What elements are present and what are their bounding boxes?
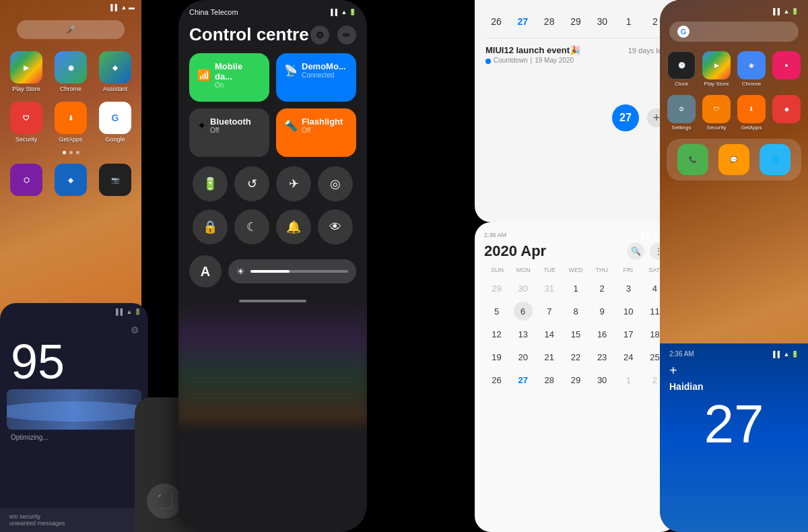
- app-security[interactable]: 🛡 Security: [8, 102, 44, 143]
- cc-circles-row1: 🔋 ↺ ✈ ◎: [178, 157, 367, 207]
- cal-26[interactable]: 26: [484, 369, 509, 391]
- cal-27-highlight[interactable]: 27: [510, 369, 535, 391]
- cal-date-grid: 29 30 31 1 2 3 4 5 6 7 8 9 10 11 12 13 1…: [484, 277, 667, 391]
- cal-15[interactable]: 15: [563, 323, 588, 345]
- tile-mobile-data[interactable]: 📶 Mobile da... On: [189, 53, 269, 102]
- dock-messages-icon: 💬: [730, 156, 737, 163]
- cal-10[interactable]: 10: [616, 300, 641, 322]
- cal-8[interactable]: 8: [563, 300, 588, 322]
- cc-accessibility-btn[interactable]: A: [189, 255, 222, 288]
- rapp-settings[interactable]: ⚙ Settings: [667, 95, 696, 131]
- cal-search-icon[interactable]: 🔍: [627, 242, 644, 260]
- cal-7[interactable]: 7: [537, 300, 562, 322]
- cal-30-prev[interactable]: 30: [510, 277, 535, 299]
- cc-bell[interactable]: 🔔: [276, 209, 311, 244]
- cal-1-next[interactable]: 1: [616, 369, 641, 391]
- cc-title-row: Control centre ⚙ ✏: [178, 19, 367, 53]
- bluetooth-icon: ✦: [197, 119, 206, 132]
- cc-night-mode[interactable]: ☾: [234, 209, 269, 244]
- cal-9[interactable]: 9: [590, 300, 615, 322]
- pbl-gear-icon[interactable]: ⚙: [128, 323, 141, 337]
- cc-brightness-slider[interactable]: ☀: [228, 259, 356, 284]
- dock-phone[interactable]: 📞: [677, 144, 708, 175]
- right-search-bar[interactable]: G: [669, 22, 799, 42]
- right-app-grid-row2: ⚙ Settings 🛡 Security ⬇ GetApps ◆: [660, 92, 808, 133]
- cal-12[interactable]: 12: [484, 323, 509, 345]
- cc-circles-row2: 🔒 ☾ 🔔 👁: [178, 207, 367, 250]
- cc-airplane[interactable]: ✈: [276, 166, 311, 201]
- cal-31-prev[interactable]: 31: [537, 277, 562, 299]
- event-row: MIUI12 launch event🎉 Countdown | 19 May …: [485, 45, 666, 64]
- rapp-misc1[interactable]: ●: [772, 51, 801, 87]
- app-assistant[interactable]: ◆ Assistant: [97, 51, 133, 92]
- pbl-status-bar: ▌▌ ▲ 🔋: [0, 303, 148, 321]
- left-search-bar[interactable]: 🎤: [17, 20, 125, 39]
- dow-tue: TUE: [537, 265, 563, 275]
- tile-wifi[interactable]: 📡 DemoMo... Connected: [276, 53, 356, 102]
- cc-rotate[interactable]: ↺: [234, 166, 269, 201]
- cc-reading[interactable]: 👁: [318, 209, 353, 244]
- cal-17[interactable]: 17: [616, 323, 641, 345]
- app-misc1[interactable]: ⬡: [8, 164, 44, 196]
- app-misc2[interactable]: ◈: [53, 164, 89, 196]
- cal-16[interactable]: 16: [590, 323, 615, 345]
- cal-29[interactable]: 29: [563, 369, 588, 391]
- app-playstore[interactable]: ▶ Play Store: [8, 51, 44, 92]
- cal-23[interactable]: 23: [590, 346, 615, 368]
- rapp-chrome[interactable]: ◉ Chrome: [737, 51, 766, 87]
- cc-edit-icon[interactable]: ✏: [337, 26, 356, 44]
- cal-24[interactable]: 24: [616, 346, 641, 368]
- cal-14[interactable]: 14: [537, 323, 562, 345]
- rapp-clock[interactable]: 🕐 Clock: [667, 51, 696, 87]
- cal-6-today[interactable]: 6: [514, 302, 533, 321]
- app-google[interactable]: G Google: [97, 102, 133, 143]
- cc-battery-saver[interactable]: 🔋: [193, 166, 228, 201]
- cc-bottom-bar: A ☀: [178, 250, 367, 293]
- page-dots: [0, 151, 141, 154]
- mic-icon: 🎤: [66, 25, 76, 34]
- tile-flashlight[interactable]: 🔦 Flashlight Off: [276, 108, 356, 157]
- rapp-security[interactable]: 🛡 Security: [702, 95, 731, 131]
- phone-bottom-left: ▌▌ ▲ 🔋 ⚙ 95 Optimizing... em security un…: [0, 303, 148, 532]
- dock-browser[interactable]: 🌐: [760, 144, 790, 175]
- tile-wifi-sub: Connected: [302, 71, 346, 79]
- right-dock: 📞 💬 🌐: [667, 139, 801, 180]
- app-camera[interactable]: 📷: [97, 164, 133, 196]
- dock-messages[interactable]: 💬: [718, 144, 749, 175]
- cal-29-prev[interactable]: 29: [484, 277, 509, 299]
- prb-plus-btn[interactable]: +: [660, 360, 808, 381]
- cc-invert[interactable]: ◎: [318, 166, 353, 201]
- cal-3[interactable]: 3: [616, 277, 641, 299]
- pbl-footer: em security unwanted messages: [0, 508, 148, 532]
- cal-22[interactable]: 22: [563, 346, 588, 368]
- cc-settings-icon[interactable]: ⚙: [310, 26, 329, 44]
- dow-sun: SUN: [484, 265, 510, 275]
- pbl-wave-animation: [7, 389, 141, 430]
- dow-wed: WED: [563, 265, 589, 275]
- recent-back-btn[interactable]: ⬛: [147, 484, 182, 519]
- right-phone-bottom: 2:36 AM ▌▌ ▲ 🔋 + Haidian 27: [660, 343, 808, 532]
- rapp-getapps-label: GetApps: [741, 125, 762, 131]
- cal-2[interactable]: 2: [590, 277, 615, 299]
- clock-icon: 🕐: [678, 62, 685, 69]
- cal-28[interactable]: 28: [537, 369, 562, 391]
- app-getapps[interactable]: ⬇ GetApps: [53, 102, 89, 143]
- rapp-chrome-icon: ◉: [749, 62, 754, 69]
- tile-bluetooth-label: Bluetooth: [210, 117, 251, 127]
- cal-30[interactable]: 30: [590, 369, 615, 391]
- tile-bluetooth[interactable]: ✦ Bluetooth Off: [189, 108, 269, 157]
- app-chrome[interactable]: ◉ Chrome: [53, 51, 89, 92]
- cc-lock-rotate[interactable]: 🔒: [193, 209, 228, 244]
- cal-5[interactable]: 5: [484, 300, 509, 322]
- cal-1[interactable]: 1: [563, 277, 588, 299]
- cal-20[interactable]: 20: [510, 346, 535, 368]
- rapp-playstore[interactable]: ▶ Play Store: [702, 51, 731, 87]
- cal-13[interactable]: 13: [510, 323, 535, 345]
- today-circle[interactable]: 27: [612, 104, 639, 131]
- cal-21[interactable]: 21: [537, 346, 562, 368]
- rapp-getapps[interactable]: ⬇ GetApps: [737, 95, 766, 131]
- app-playstore-label: Play Store: [12, 86, 40, 92]
- cal-19[interactable]: 19: [484, 346, 509, 368]
- rapp-misc2[interactable]: ◆: [772, 95, 801, 131]
- prb-time: 2:36 AM: [669, 350, 694, 358]
